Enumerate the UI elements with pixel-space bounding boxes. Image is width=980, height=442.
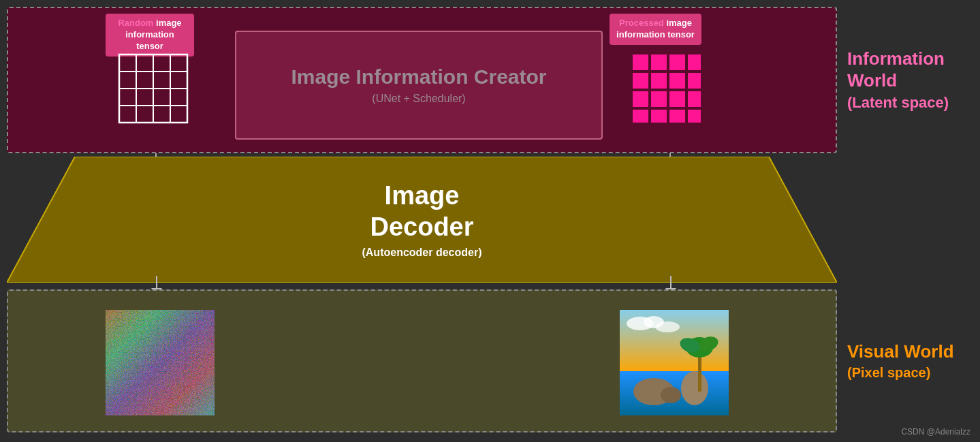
svg-point-41 xyxy=(655,321,680,332)
info-world-labels: Information World (Latent space) xyxy=(840,7,973,153)
processed-tensor-label: Processed image information tensor xyxy=(610,14,701,45)
svg-rect-21 xyxy=(669,110,685,123)
svg-rect-14 xyxy=(688,73,701,89)
svg-rect-13 xyxy=(669,73,685,89)
decoder-section xyxy=(7,157,837,283)
svg-rect-20 xyxy=(651,110,667,123)
processed-bold: Processed xyxy=(619,18,664,28)
iic-box: Image Information Creator (UNet + Schedu… xyxy=(235,31,603,140)
credit-text: CSDN @Adenialzz xyxy=(901,427,970,437)
svg-rect-12 xyxy=(651,73,667,89)
svg-rect-22 xyxy=(688,110,701,123)
random-grid-icon xyxy=(116,51,191,126)
svg-rect-15 xyxy=(633,91,648,107)
info-world-sublabel: (Latent space) xyxy=(847,94,973,112)
svg-point-34 xyxy=(661,387,681,403)
noise-image xyxy=(106,310,215,415)
iic-title: Image Information Creator xyxy=(291,65,546,89)
svg-rect-19 xyxy=(633,110,648,123)
svg-rect-11 xyxy=(633,73,648,89)
iic-subtitle: (UNet + Scheduler) xyxy=(372,93,465,105)
visual-world-labels: Visual World (Pixel space) xyxy=(840,289,973,432)
svg-point-33 xyxy=(681,371,708,405)
svg-rect-10 xyxy=(688,54,701,70)
visual-world-sublabel: (Pixel space) xyxy=(847,365,973,381)
visual-world-title: Visual World xyxy=(847,341,973,362)
svg-rect-9 xyxy=(669,54,685,70)
info-world-title: Information World xyxy=(847,48,973,91)
svg-rect-7 xyxy=(633,54,648,70)
landscape-image xyxy=(620,310,729,415)
svg-marker-23 xyxy=(7,157,837,283)
svg-rect-17 xyxy=(669,91,685,107)
random-bold: Random xyxy=(118,18,153,28)
svg-rect-18 xyxy=(688,91,701,107)
svg-rect-8 xyxy=(651,54,667,70)
random-tensor-label: Random image information tensor xyxy=(106,14,194,57)
svg-rect-29 xyxy=(106,310,215,415)
svg-rect-16 xyxy=(651,91,667,107)
processed-grid-icon xyxy=(629,51,704,126)
